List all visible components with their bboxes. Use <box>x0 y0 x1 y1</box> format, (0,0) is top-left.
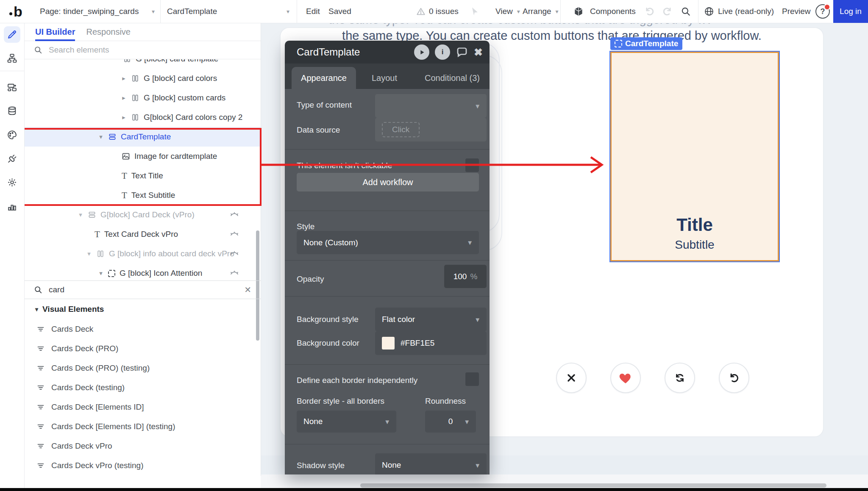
list-item[interactable]: Cards Deck vPro <box>24 436 261 456</box>
clear-filter-icon[interactable]: ✕ <box>244 285 251 295</box>
close-icon[interactable]: ✖ <box>474 46 483 58</box>
add-workflow-button[interactable]: Add workflow <box>297 173 479 191</box>
widgets-icon[interactable] <box>0 82 24 93</box>
type-of-content-dropdown[interactable]: ▼ <box>375 94 487 118</box>
style-dropdown[interactable]: None (Custom)▼ <box>297 231 479 254</box>
list-item[interactable]: Cards Deck (PRO) (testing) <box>24 358 261 378</box>
edit-menu[interactable]: Edit <box>306 0 320 23</box>
caret-right-icon[interactable]: ▸ <box>120 94 128 102</box>
issues-count[interactable]: 0 issues <box>429 0 459 23</box>
refresh-button[interactable] <box>665 363 695 393</box>
opacity-input[interactable]: 100% <box>444 265 487 288</box>
tree-row[interactable]: ▸ G [block] custom cards <box>24 88 261 108</box>
caret-down-icon[interactable]: ▾ <box>85 250 93 258</box>
tree-row[interactable]: G [block] card template <box>24 59 261 69</box>
caret-down-icon[interactable]: ▾ <box>97 133 105 141</box>
tree-row[interactable]: T Text Card Deck vPro <box>24 225 261 244</box>
settings-gear-icon[interactable] <box>0 177 24 188</box>
tree-row[interactable]: ▾ G [block] info about card deck vPro <box>24 244 261 264</box>
data-source-field[interactable]: Click <box>375 118 487 141</box>
bubble-editor-window: b Page: tinder_swiping_cards ▾ CardTempl… <box>0 0 868 491</box>
page-selector-caret-icon[interactable]: ▾ <box>147 0 155 23</box>
caret-down-icon[interactable]: ▾ <box>97 269 105 277</box>
cards-deck-icon <box>36 325 45 334</box>
tree-row[interactable]: T Text Title <box>24 166 261 186</box>
list-item[interactable]: Cards Deck vPro (testing) <box>24 456 261 475</box>
not-clickable-checkbox[interactable] <box>465 158 479 172</box>
tree-row[interactable]: ▾ G[block] Card Deck (vPro) <box>24 205 261 225</box>
tree-row-selected[interactable]: ▾ CardTemplate <box>24 127 261 147</box>
hidden-eye-icon[interactable] <box>229 268 239 278</box>
tab-responsive[interactable]: Responsive <box>86 23 131 41</box>
card-title-text[interactable]: Title <box>612 215 778 235</box>
styles-palette-icon[interactable] <box>0 130 24 140</box>
rewind-button[interactable] <box>719 363 749 393</box>
plugins-icon[interactable] <box>0 153 24 164</box>
components-menu[interactable]: Components <box>590 0 636 23</box>
hidden-eye-icon[interactable] <box>229 229 239 239</box>
element-selector-caret-icon[interactable]: ▾ <box>282 0 289 23</box>
background-style-dropdown[interactable]: Flat color▼ <box>375 308 487 331</box>
border-independent-checkbox[interactable] <box>465 372 479 386</box>
tab-appearance[interactable]: Appearance <box>292 67 356 89</box>
list-item[interactable]: Cards Deck (PRO) <box>24 339 261 358</box>
cursor-tool-icon[interactable] <box>470 0 480 23</box>
tree-row[interactable]: ▸ G[block] Card colors copy 2 <box>24 108 261 127</box>
data-source-click-button[interactable]: Click <box>382 122 420 137</box>
border-style-dropdown[interactable]: None▼ <box>297 411 396 433</box>
caret-down-icon: ▾ <box>35 306 38 313</box>
elements-panel: UI Builder Responsive G [block] card tem… <box>24 23 261 476</box>
search-elements-input[interactable] <box>48 45 228 55</box>
tree-row[interactable]: Image for cardtemplate <box>24 147 261 166</box>
element-filter-input[interactable] <box>48 285 239 295</box>
info-icon[interactable]: i <box>435 44 450 60</box>
search-icon[interactable] <box>680 0 691 23</box>
arrange-menu[interactable]: Arrange▾ <box>523 0 559 23</box>
tab-conditional[interactable]: Conditional (3) <box>420 67 484 89</box>
dialog-header[interactable]: CardTemplate i ✖ <box>285 41 490 64</box>
design-pencil-icon[interactable] <box>0 29 24 40</box>
tree-row[interactable]: T Text Subtitle <box>24 186 261 205</box>
list-item[interactable]: Cards Deck [Elements ID] (testing) <box>24 417 261 436</box>
tree-row[interactable]: ▾ G [block] Icon Attention <box>24 264 261 281</box>
help-button[interactable]: ? <box>815 0 830 23</box>
card-subtitle-text[interactable]: Subtitle <box>612 238 778 252</box>
like-button[interactable] <box>610 363 641 393</box>
login-button[interactable]: Log in <box>833 0 868 23</box>
page-tree-icon[interactable] <box>0 53 24 64</box>
color-swatch[interactable] <box>382 337 395 350</box>
components-cube-icon[interactable] <box>573 0 584 23</box>
comment-icon[interactable] <box>456 46 468 58</box>
caret-right-icon[interactable]: ▸ <box>120 75 128 82</box>
tree-row[interactable]: ▸ G [block] card colors <box>24 69 261 88</box>
card-template-element[interactable]: Title Subtitle <box>610 52 779 261</box>
caret-right-icon[interactable]: ▸ <box>120 114 128 121</box>
database-icon[interactable] <box>0 106 24 117</box>
background-color-field[interactable]: #FBF1E5 <box>375 331 487 355</box>
run-workflow-icon[interactable] <box>414 44 429 60</box>
selected-element-chip[interactable]: CardTemplate <box>610 37 682 50</box>
tab-layout[interactable]: Layout <box>363 67 406 89</box>
list-item[interactable]: Cards Deck (testing) <box>24 378 261 397</box>
results-section-header[interactable]: ▾ Visual Elements <box>24 299 261 319</box>
logs-chart-icon[interactable] <box>0 201 24 212</box>
list-item[interactable]: Cards Deck [Elements ID] <box>24 397 261 417</box>
caret-down-icon[interactable]: ▾ <box>77 211 84 219</box>
hidden-eye-icon[interactable] <box>229 249 239 259</box>
environment-selector[interactable]: Live (read-only) <box>718 0 774 23</box>
undo-icon[interactable] <box>644 0 655 23</box>
preview-button[interactable]: Preview <box>782 0 811 23</box>
horizontal-scrollbar[interactable] <box>360 483 826 488</box>
page-selector[interactable]: Page: tinder_swiping_cards <box>40 0 139 23</box>
dislike-button[interactable] <box>556 363 587 393</box>
view-menu[interactable]: View▾ <box>495 0 520 23</box>
roundness-input[interactable]: 0▼ <box>425 411 476 433</box>
tab-ui-builder[interactable]: UI Builder <box>35 23 75 41</box>
divider <box>285 444 490 444</box>
shadow-style-dropdown[interactable]: None▼ <box>375 453 487 474</box>
hidden-eye-icon[interactable] <box>229 210 239 220</box>
bubble-logo[interactable]: b <box>9 0 22 23</box>
redo-icon[interactable] <box>662 0 673 23</box>
list-item[interactable]: Cards Deck <box>24 319 261 339</box>
element-selector[interactable]: CardTemplate <box>167 0 217 23</box>
